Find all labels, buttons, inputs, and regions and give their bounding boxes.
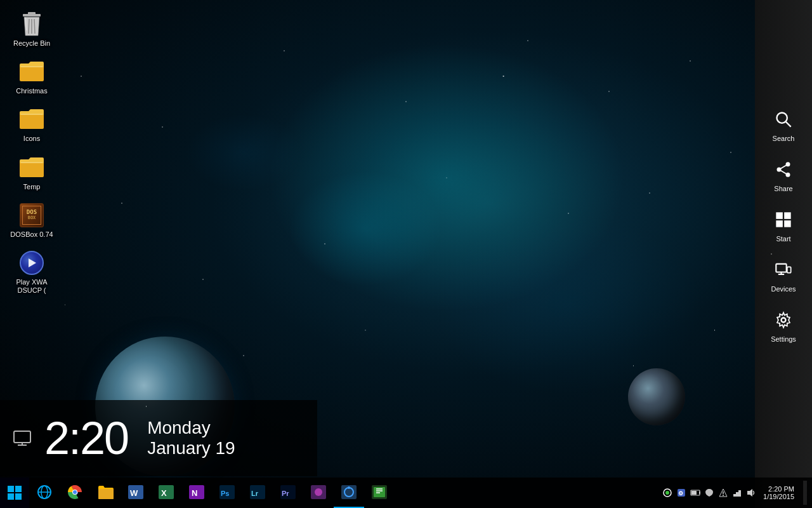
svg-rect-22 [776, 212, 783, 219]
desktop-icon-recycle-bin[interactable]: Recycle Bin [6, 6, 57, 53]
desktop-icon-icons-folder[interactable]: Icons [6, 102, 57, 148]
charm-start[interactable]: Start [758, 202, 809, 249]
svg-rect-10 [21, 114, 43, 115]
lightroom-icon: Lr [249, 483, 266, 501]
clock-time: 2:20 [44, 415, 128, 461]
tray-time[interactable]: 2:20 PM 1/19/2015 [759, 485, 798, 500]
svg-rect-72 [699, 491, 700, 494]
svg-line-2 [29, 19, 29, 34]
icons-folder-icon [19, 107, 44, 132]
charm-settings-label: Settings [771, 335, 796, 343]
taskbar-app10[interactable] [303, 478, 334, 508]
onenote-icon: N [188, 483, 206, 501]
svg-rect-13 [21, 162, 43, 163]
moon-decoration [501, 127, 513, 138]
svg-rect-25 [784, 220, 791, 227]
app10-icon [310, 483, 327, 501]
svg-point-76 [723, 495, 724, 496]
tray-icon-3[interactable] [690, 487, 701, 498]
desktop: Recycle Bin Christmas [0, 0, 812, 508]
svg-text:X: X [161, 488, 167, 498]
svg-line-20 [779, 164, 788, 170]
svg-rect-79 [738, 490, 741, 497]
christmas-folder-icon [19, 59, 44, 84]
tray-icon-network[interactable] [731, 487, 743, 498]
svg-line-16 [786, 122, 791, 127]
charms-bar: Search Share [755, 0, 812, 508]
charm-search[interactable]: Search [758, 102, 809, 149]
svg-line-21 [779, 170, 788, 175]
taskbar-apps: W X N [29, 478, 657, 508]
charm-share[interactable]: Share [758, 152, 809, 199]
svg-rect-1 [28, 12, 36, 15]
taskbar-photoshop[interactable]: Ps [212, 478, 242, 508]
charm-devices[interactable]: Devices [758, 252, 809, 299]
explorer-icon [96, 483, 114, 501]
charm-start-label: Start [776, 235, 790, 243]
svg-text:Lr: Lr [251, 490, 259, 497]
charm-settings[interactable]: Settings [758, 302, 809, 349]
clock-day: Monday [147, 418, 235, 438]
taskbar: W X N [0, 478, 812, 508]
taskbar-ie[interactable] [29, 478, 60, 508]
playxwa-label: Play XWA DSUCP ( [9, 278, 55, 295]
svg-point-15 [777, 113, 787, 123]
svg-rect-37 [15, 493, 22, 500]
taskbar-onenote[interactable]: N [181, 478, 212, 508]
show-desktop-button[interactable] [803, 481, 807, 505]
svg-rect-34 [8, 486, 14, 492]
tray-icon-1[interactable] [662, 487, 673, 498]
taskbar-app11[interactable] [334, 478, 364, 508]
planet-decoration-right [628, 368, 685, 425]
taskbar-explorer[interactable] [90, 478, 121, 508]
svg-line-4 [34, 19, 35, 34]
taskbar-word[interactable]: W [121, 478, 151, 508]
svg-marker-80 [747, 489, 752, 497]
svg-rect-29 [787, 267, 791, 272]
taskbar-app12[interactable] [364, 478, 395, 508]
svg-rect-31 [14, 431, 30, 443]
svg-rect-77 [733, 494, 736, 497]
taskbar-excel[interactable]: X [151, 478, 181, 508]
svg-rect-36 [8, 493, 14, 500]
premiere-icon: Pr [279, 483, 297, 501]
desktop-icon-temp-folder[interactable]: Temp [6, 150, 57, 196]
photoshop-icon: Ps [218, 483, 236, 501]
svg-rect-24 [776, 220, 783, 227]
windows-logo-icon [7, 485, 22, 500]
charm-search-label: Search [773, 135, 795, 142]
taskbar-lightroom[interactable]: Lr [242, 478, 273, 508]
tray-icon-volume[interactable] [745, 487, 757, 498]
tray-icon-5[interactable] [717, 487, 729, 498]
svg-rect-78 [736, 492, 738, 497]
desktop-icon-christmas[interactable]: Christmas [6, 54, 57, 100]
desktop-icon-dosbox[interactable]: DOS BOX DOSBox 0.74 [6, 197, 57, 244]
desktop-icon-playxwa[interactable]: Play XWA DSUCP ( [6, 245, 57, 300]
christmas-label: Christmas [16, 87, 48, 95]
dosbox-label: DOSBox 0.74 [10, 231, 53, 239]
svg-point-58 [315, 488, 322, 496]
svg-rect-23 [784, 212, 791, 219]
svg-point-68 [665, 491, 669, 495]
temp-folder-icon [19, 155, 44, 180]
svg-point-30 [782, 318, 786, 323]
word-icon: W [127, 483, 145, 501]
svg-rect-7 [21, 66, 43, 67]
charm-share-label: Share [774, 185, 792, 192]
system-tray: ⚙ [657, 478, 812, 508]
ie-icon [36, 483, 53, 501]
taskbar-premiere[interactable]: Pr [273, 478, 303, 508]
tray-icon-4[interactable] [704, 487, 715, 498]
tray-clock-time: 2:20 PM [763, 485, 794, 493]
tray-icon-2[interactable]: ⚙ [676, 487, 687, 498]
start-button[interactable] [0, 478, 29, 508]
app11-icon [340, 483, 358, 501]
share-icon [772, 158, 795, 181]
dosbox-icon: DOS BOX [19, 203, 44, 228]
svg-text:Pr: Pr [282, 490, 289, 497]
svg-text:⚙: ⚙ [678, 490, 683, 497]
clock-date-block: Monday January 19 [147, 418, 235, 458]
app12-icon [370, 483, 388, 501]
svg-point-61 [348, 486, 350, 489]
taskbar-chrome[interactable] [60, 478, 90, 508]
